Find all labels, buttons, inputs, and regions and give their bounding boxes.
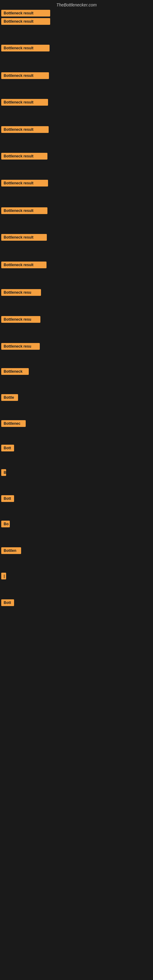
page-wrapper: TheBottlenecker.com Bottleneck resultBot… (0, 0, 153, 980)
bottleneck-badge-7[interactable]: Bottleneck result (1, 153, 48, 159)
bottleneck-badge-5[interactable]: Bottleneck result (1, 99, 48, 106)
bottleneck-item-3: Bottleneck result (0, 44, 51, 53)
bottleneck-item-9: Bottleneck result (0, 207, 49, 216)
bottleneck-item-24: Bott (0, 599, 15, 608)
bottleneck-badge-23[interactable]: | (1, 573, 6, 579)
bottleneck-item-8: Bottleneck result (0, 179, 49, 188)
bottleneck-badge-11[interactable]: Bottleneck result (1, 261, 46, 268)
bottleneck-badge-24[interactable]: Bott (1, 599, 14, 606)
bottleneck-badge-20[interactable]: Bott (1, 495, 14, 502)
bottleneck-badge-22[interactable]: Bottlen (1, 547, 21, 554)
bottleneck-badge-10[interactable]: Bottleneck result (1, 234, 47, 241)
bottleneck-item-16: Bottle (0, 393, 19, 403)
bottleneck-item-2: Bottleneck result (0, 18, 51, 27)
bottleneck-item-13: Bottleneck resu (0, 315, 41, 325)
bottleneck-item-23: | (0, 572, 7, 581)
bottleneck-item-6: Bottleneck result (0, 126, 50, 135)
bottleneck-badge-18[interactable]: Bott (1, 445, 14, 452)
bottleneck-item-12: Bottleneck resu (0, 288, 42, 298)
bottleneck-badge-21[interactable]: Bo (1, 520, 10, 527)
bottleneck-item-4: Bottleneck result (0, 72, 50, 81)
bottleneck-badge-19[interactable]: B (1, 469, 6, 476)
bottleneck-item-18: Bott (0, 444, 15, 453)
bottleneck-item-22: Bottlen (0, 547, 22, 556)
bottleneck-badge-14[interactable]: Bottleneck resu (1, 343, 40, 350)
bottleneck-badge-13[interactable]: Bottleneck resu (1, 316, 40, 323)
bottleneck-item-1: Bottleneck result (0, 9, 51, 18)
bottleneck-badge-15[interactable]: Bottleneck (1, 368, 29, 375)
bottleneck-badge-1[interactable]: Bottleneck result (1, 10, 50, 16)
bottleneck-badge-16[interactable]: Bottle (1, 394, 18, 401)
bottleneck-item-10: Bottleneck result (0, 233, 48, 243)
bottleneck-item-21: Bo (0, 520, 11, 529)
bottleneck-badge-17[interactable]: Bottlenec (1, 420, 26, 427)
bottleneck-item-7: Bottleneck result (0, 152, 49, 161)
bottleneck-item-15: Bottleneck (0, 368, 30, 377)
bottleneck-item-14: Bottleneck resu (0, 342, 41, 352)
bottleneck-item-19: B (0, 469, 7, 478)
bottleneck-badge-6[interactable]: Bottleneck result (1, 126, 49, 133)
bottleneck-badge-12[interactable]: Bottleneck resu (1, 289, 41, 296)
bottleneck-badge-8[interactable]: Bottleneck result (1, 180, 48, 186)
bottleneck-badge-2[interactable]: Bottleneck result (1, 18, 50, 25)
bottleneck-item-17: Bottlenec (0, 420, 27, 429)
bottleneck-badge-4[interactable]: Bottleneck result (1, 72, 49, 79)
bottleneck-item-5: Bottleneck result (0, 98, 49, 108)
bottleneck-badge-3[interactable]: Bottleneck result (1, 45, 49, 51)
bottleneck-item-20: Bott (0, 495, 15, 504)
bottleneck-badge-9[interactable]: Bottleneck result (1, 207, 48, 214)
bottleneck-item-11: Bottleneck result (0, 261, 48, 270)
